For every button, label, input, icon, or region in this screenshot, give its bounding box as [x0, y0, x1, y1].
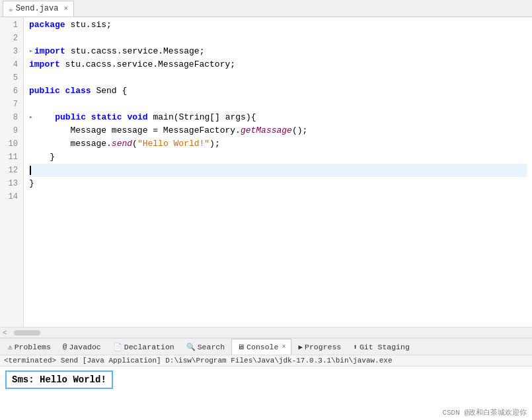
javadoc-tab-icon: @ — [63, 343, 67, 351]
text-cursor — [30, 166, 31, 175]
console-tab-icon: 🖥 — [237, 343, 245, 351]
console-tab-close[interactable]: × — [282, 343, 285, 351]
search-tab-icon: 🔍 — [186, 343, 196, 351]
console-area: <terminated> Send [Java Application] D:\… — [0, 355, 532, 420]
console-header: <terminated> Send [Java Application] D:\… — [0, 355, 532, 367]
code-line-5 — [29, 71, 527, 85]
code-content[interactable]: package stu.sis;▸import stu.cacss.servic… — [24, 17, 532, 327]
fold-marker[interactable]: ▸ — [29, 45, 33, 58]
bottom-tab-javadoc[interactable]: @Javadoc — [57, 339, 106, 355]
problems-tab-label: Problems — [15, 343, 51, 351]
bottom-panel-tabs: ⚠Problems@Javadoc📄Declaration🔍Search🖥Con… — [0, 337, 532, 355]
problems-tab-icon: ⚠ — [8, 343, 13, 351]
declaration-tab-label: Declaration — [124, 343, 174, 351]
console-output: Sms: Hello World! — [0, 367, 532, 406]
code-line-14 — [29, 190, 527, 203]
code-line-4: import stu.cacss.service.MessageFactory; — [29, 58, 527, 71]
bottom-tab-console[interactable]: 🖥Console× — [231, 339, 291, 355]
console-output-text: Sms: Hello World! — [5, 370, 113, 389]
tab-close-button[interactable]: × — [63, 5, 68, 13]
watermark: CSDN @政和白茶城欢迎你 — [0, 406, 532, 420]
gitstaging-tab-label: Git Staging — [360, 343, 410, 351]
scrollbar-thumb[interactable] — [14, 330, 40, 335]
search-tab-label: Search — [198, 343, 225, 351]
progress-tab-label: Progress — [305, 343, 341, 351]
code-container: 1234567891011121314 package stu.sis;▸imp… — [0, 17, 532, 327]
tab-bar: ☕ Send.java × — [0, 0, 532, 17]
bottom-tab-progress[interactable]: ▶Progress — [293, 339, 346, 355]
scroll-left-arrow[interactable]: < — [3, 329, 7, 337]
code-line-6: public class Send { — [29, 85, 527, 98]
declaration-tab-icon: 📄 — [113, 343, 122, 351]
code-line-1: package stu.sis; — [29, 18, 527, 32]
file-tab[interactable]: ☕ Send.java × — [3, 1, 74, 17]
console-tab-label: Console — [247, 343, 278, 351]
gitstaging-tab-icon: ⬆ — [353, 343, 358, 351]
code-line-12 — [29, 164, 527, 177]
progress-tab-icon: ▶ — [298, 343, 303, 351]
line-numbers: 1234567891011121314 — [0, 17, 24, 327]
code-line-8: ▸ public static void main(String[] args)… — [29, 111, 527, 124]
code-line-2 — [29, 32, 527, 45]
bottom-tab-search[interactable]: 🔍Search — [181, 339, 230, 355]
bottom-tab-problems[interactable]: ⚠Problems — [3, 339, 56, 355]
bottom-tab-gitstaging[interactable]: ⬆Git Staging — [348, 339, 415, 355]
tab-label: Send.java — [16, 4, 59, 13]
fold-marker[interactable]: ▸ — [29, 111, 33, 124]
javadoc-tab-label: Javadoc — [69, 343, 100, 351]
bottom-tab-declaration[interactable]: 📄Declaration — [108, 339, 180, 355]
horizontal-scrollbar[interactable]: < — [0, 327, 532, 337]
code-line-13: } — [29, 177, 527, 190]
java-file-icon: ☕ — [9, 5, 13, 13]
code-line-3: ▸import stu.cacss.service.Message; — [29, 45, 527, 58]
code-line-7 — [29, 98, 527, 111]
code-line-9: Message message = MessageFactory.getMass… — [29, 124, 527, 137]
editor-area: 1234567891011121314 package stu.sis;▸imp… — [0, 17, 532, 337]
code-line-10: message.send("Hello World!"); — [29, 137, 527, 151]
code-line-11: } — [29, 151, 527, 164]
